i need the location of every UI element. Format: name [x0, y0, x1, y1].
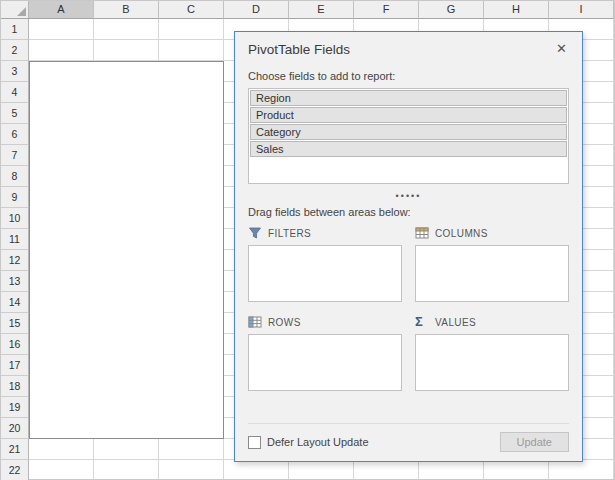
- filters-area-label: FILTERS: [268, 228, 311, 239]
- rows-drop-box[interactable]: [248, 334, 402, 391]
- panel-header: PivotTable Fields ✕: [248, 42, 569, 57]
- column-header-E[interactable]: E: [289, 1, 354, 19]
- row-header-2[interactable]: 2: [1, 40, 29, 61]
- columns-table-icon: [415, 226, 429, 240]
- column-headers: ABCDEFGHI: [29, 1, 614, 19]
- values-drop-box[interactable]: [415, 334, 569, 391]
- drag-fields-label: Drag fields between areas below:: [248, 206, 569, 218]
- columns-area-label: COLUMNS: [435, 228, 488, 239]
- select-all-triangle-icon: [17, 7, 26, 16]
- row-header-6[interactable]: 6: [1, 124, 29, 145]
- row-header-19[interactable]: 19: [1, 397, 29, 418]
- drop-areas: FILTERS COLUMNS: [248, 226, 569, 391]
- row-header-4[interactable]: 4: [1, 82, 29, 103]
- column-header-I[interactable]: I: [549, 1, 614, 19]
- row-header-18[interactable]: 18: [1, 376, 29, 397]
- field-item-sales[interactable]: Sales: [250, 141, 567, 157]
- values-area-label: VALUES: [435, 317, 476, 328]
- row-header-8[interactable]: 8: [1, 166, 29, 187]
- column-header-A[interactable]: A: [29, 1, 94, 19]
- row-header-20[interactable]: 20: [1, 418, 29, 439]
- row-header-3[interactable]: 3: [1, 61, 29, 82]
- field-item-product[interactable]: Product: [250, 107, 567, 123]
- field-list[interactable]: RegionProductCategorySales: [248, 88, 569, 184]
- row-header-14[interactable]: 14: [1, 292, 29, 313]
- row-header-9[interactable]: 9: [1, 187, 29, 208]
- spreadsheet-window: ABCDEFGHI 123456789101112131415161718192…: [0, 0, 615, 480]
- row-headers: 12345678910111213141516171819202122: [1, 19, 29, 480]
- row-header-11[interactable]: 11: [1, 229, 29, 250]
- row-header-16[interactable]: 16: [1, 334, 29, 355]
- pane-splitter-handle[interactable]: •••••: [248, 191, 569, 201]
- rows-area: ROWS: [248, 315, 402, 391]
- sigma-icon: Σ: [415, 315, 429, 329]
- row-header-10[interactable]: 10: [1, 208, 29, 229]
- column-header-D[interactable]: D: [224, 1, 289, 19]
- row-header-12[interactable]: 12: [1, 250, 29, 271]
- row-header-1[interactable]: 1: [1, 19, 29, 40]
- row-header-15[interactable]: 15: [1, 313, 29, 334]
- column-header-H[interactable]: H: [484, 1, 549, 19]
- pivottable-fields-panel: PivotTable Fields ✕ Choose fields to add…: [234, 31, 583, 462]
- update-button[interactable]: Update: [500, 432, 569, 452]
- selected-range[interactable]: [29, 61, 224, 439]
- columns-drop-box[interactable]: [415, 245, 569, 302]
- row-header-22[interactable]: 22: [1, 460, 29, 480]
- filters-drop-box[interactable]: [248, 245, 402, 302]
- rows-table-icon: [248, 315, 262, 329]
- column-header-F[interactable]: F: [354, 1, 419, 19]
- field-item-region[interactable]: Region: [250, 90, 567, 106]
- defer-layout-label: Defer Layout Update: [267, 436, 369, 448]
- column-header-G[interactable]: G: [419, 1, 484, 19]
- defer-layout-checkbox[interactable]: [248, 436, 261, 449]
- row-header-7[interactable]: 7: [1, 145, 29, 166]
- values-area: Σ VALUES: [415, 315, 569, 391]
- column-header-C[interactable]: C: [159, 1, 224, 19]
- funnel-icon: [248, 226, 262, 240]
- row-header-17[interactable]: 17: [1, 355, 29, 376]
- columns-area: COLUMNS: [415, 226, 569, 302]
- row-header-21[interactable]: 21: [1, 439, 29, 460]
- choose-fields-label: Choose fields to add to report:: [248, 70, 569, 82]
- column-header-B[interactable]: B: [94, 1, 159, 19]
- filters-area: FILTERS: [248, 226, 402, 302]
- select-all-corner[interactable]: [1, 1, 29, 19]
- rows-area-label: ROWS: [268, 317, 301, 328]
- field-item-category[interactable]: Category: [250, 124, 567, 140]
- row-header-13[interactable]: 13: [1, 271, 29, 292]
- panel-title: PivotTable Fields: [248, 42, 350, 57]
- row-header-5[interactable]: 5: [1, 103, 29, 124]
- panel-footer: Defer Layout Update Update: [248, 423, 569, 452]
- close-icon[interactable]: ✕: [554, 42, 569, 56]
